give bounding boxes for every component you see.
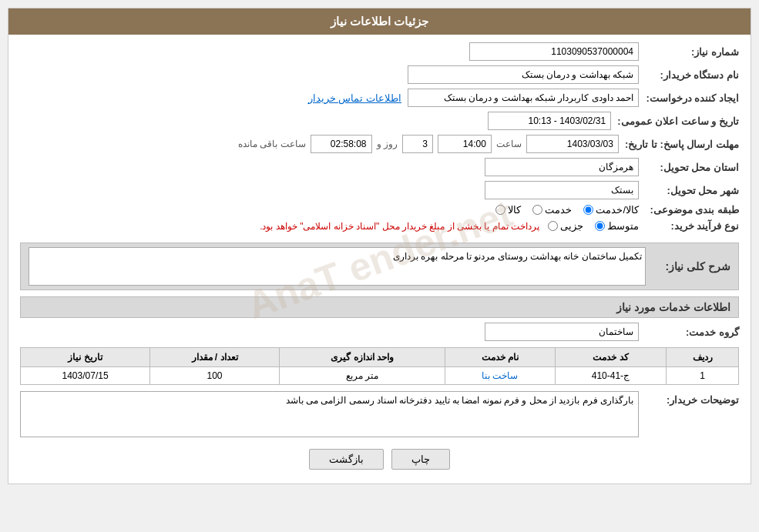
col-date: تاریخ نیاز <box>21 348 150 367</box>
col-quantity: تعداد / مقدار <box>150 348 280 367</box>
need-number-label: شماره نیاز: <box>639 46 739 58</box>
cell-unit: متر مربع <box>279 367 445 385</box>
purchase-process-value: متوسط جزیی پرداخت تمام یا بخشی از مبلغ خ… <box>20 220 639 232</box>
buyer-station-value <box>20 65 639 84</box>
province-input[interactable] <box>485 158 639 176</box>
subject-category-radio-group: کالا/خدمت خدمت کالا <box>20 204 639 216</box>
need-description-textarea[interactable]: تکمیل ساختمان خانه بهداشت روستای مردنو ت… <box>29 247 646 286</box>
province-value <box>20 158 639 176</box>
print-button[interactable]: چاپ <box>391 449 450 470</box>
deadline-date-input[interactable] <box>526 135 619 153</box>
radio-goods[interactable] <box>495 205 505 215</box>
need-number-input[interactable] <box>469 42 639 61</box>
announce-label: تاریخ و ساعت اعلان عمومی: <box>611 115 739 127</box>
cell-service_code: ج-41-410 <box>555 367 667 385</box>
requester-value: اطلاعات تماس خریدار <box>20 89 639 107</box>
province-row: استان محل تحویل: <box>20 158 739 176</box>
radio-item-partial[interactable]: جزیی <box>548 220 583 232</box>
province-label: استان محل تحویل: <box>639 162 739 173</box>
radio-label-goods-services: کالا/خدمت <box>596 204 639 216</box>
radio-label-medium: متوسط <box>607 220 639 232</box>
purchase-process-warning: پرداخت تمام یا بخشی از مبلغ خریدار محل "… <box>260 221 539 232</box>
service-group-value <box>20 323 639 341</box>
remaining-time-input[interactable] <box>311 135 372 153</box>
services-info-header: اطلاعات خدمات مورد نیاز <box>20 296 739 318</box>
col-unit: واحد اندازه گیری <box>279 348 445 367</box>
need-number-row: شماره نیاز: <box>20 42 739 61</box>
subject-category-row: طبقه بندی موضوعی: کالا/خدمت خدمت کالا <box>20 204 739 216</box>
service-group-label: گروه خدمت: <box>639 326 739 338</box>
table-row: 1ج-41-410ساخت بنامتر مربع1001403/07/15 <box>21 367 739 385</box>
buyer-description-label: توضیحات خریدار: <box>639 391 739 406</box>
buyer-description-value: بارگذاری فرم بازدید از محل و فرم نمونه ا… <box>20 391 639 440</box>
table-head: ردیف کد خدمت نام خدمت واحد اندازه گیری ت… <box>21 348 739 367</box>
requester-row: ایجاد کننده درخواست: اطلاعات تماس خریدار <box>20 89 739 107</box>
city-value <box>20 181 639 199</box>
need-description-section: شرح کلی نیاز: تکمیل ساختمان خانه بهداشت … <box>20 243 739 290</box>
content-area: AnaT ender.net شماره نیاز: نام دستگاه خر… <box>8 35 751 483</box>
requester-label: ایجاد کننده درخواست: <box>639 92 739 104</box>
services-table-section: ردیف کد خدمت نام خدمت واحد اندازه گیری ت… <box>20 347 739 385</box>
announce-input[interactable] <box>488 112 611 130</box>
radio-label-service: خدمت <box>545 204 572 216</box>
days-label: روز و <box>377 139 398 149</box>
page-header: جزئیات اطلاعات نیاز <box>8 8 751 35</box>
deadline-label: مهلت ارسال پاسخ: تا تاریخ: <box>619 139 739 150</box>
services-table: ردیف کد خدمت نام خدمت واحد اندازه گیری ت… <box>20 347 739 385</box>
subject-category-label: طبقه بندی موضوعی: <box>639 204 739 216</box>
buyer-station-row: نام دستگاه خریدار: <box>20 65 739 84</box>
deadline-days-input[interactable] <box>402 135 433 153</box>
remaining-label: ساعت باقی مانده <box>238 139 306 149</box>
purchase-process-row: نوع فرآیند خرید: متوسط جزیی پرداخت تمام … <box>20 220 739 232</box>
radio-item-medium[interactable]: متوسط <box>595 220 639 232</box>
buttons-row: چاپ بازگشت <box>20 449 739 470</box>
page-title: جزئیات اطلاعات نیاز <box>331 15 428 28</box>
city-row: شهر محل تحویل: <box>20 181 739 199</box>
time-label: ساعت <box>496 139 522 149</box>
service-group-input[interactable] <box>485 323 639 341</box>
col-service-name: نام خدمت <box>445 348 555 367</box>
radio-label-partial: جزیی <box>560 220 583 232</box>
buyer-description-row: توضیحات خریدار: بارگذاری فرم بازدید از م… <box>20 391 739 440</box>
radio-item-goods-services[interactable]: کالا/خدمت <box>583 204 639 216</box>
radio-medium[interactable] <box>595 221 605 231</box>
back-button[interactable]: بازگشت <box>309 449 384 470</box>
radio-service[interactable] <box>532 205 542 215</box>
requester-contact-link[interactable]: اطلاعات تماس خریدار <box>308 92 401 104</box>
city-label: شهر محل تحویل: <box>639 185 739 196</box>
need-number-value <box>20 42 639 61</box>
subject-category-value: کالا/خدمت خدمت کالا <box>20 204 639 216</box>
buyer-description-textarea[interactable]: بارگذاری فرم بازدید از محل و فرم نمونه ا… <box>20 391 639 437</box>
deadline-value: ساعت روز و ساعت باقی مانده <box>20 135 619 153</box>
purchase-process-label: نوع فرآیند خرید: <box>639 220 739 232</box>
announce-value <box>20 112 611 130</box>
cell-link-service_name[interactable]: ساخت بنا <box>482 370 518 381</box>
buyer-station-label: نام دستگاه خریدار: <box>639 69 739 81</box>
service-group-row: گروه خدمت: <box>20 323 739 341</box>
purchase-process-radio-group: متوسط جزیی <box>548 220 639 232</box>
services-info-label: اطلاعات خدمات مورد نیاز <box>616 301 730 313</box>
radio-item-goods[interactable]: کالا <box>495 204 521 216</box>
cell-service_name: ساخت بنا <box>445 367 555 385</box>
col-service-code: کد خدمت <box>555 348 667 367</box>
need-description-row: شرح کلی نیاز: تکمیل ساختمان خانه بهداشت … <box>20 236 739 290</box>
cell-row: 1 <box>667 367 739 385</box>
need-description-label: شرح کلی نیاز: <box>653 260 730 273</box>
page-container: جزئیات اطلاعات نیاز AnaT ender.net شماره… <box>8 8 751 484</box>
radio-goods-services[interactable] <box>583 205 593 215</box>
radio-item-service[interactable]: خدمت <box>532 204 572 216</box>
table-body: 1ج-41-410ساخت بنامتر مربع1001403/07/15 <box>21 367 739 385</box>
deadline-time-input[interactable] <box>438 135 492 153</box>
buyer-station-input[interactable] <box>408 65 639 84</box>
requester-input[interactable] <box>408 89 639 107</box>
cell-date: 1403/07/15 <box>21 367 150 385</box>
radio-partial[interactable] <box>548 221 558 231</box>
cell-quantity: 100 <box>150 367 280 385</box>
radio-label-goods: کالا <box>508 204 521 216</box>
deadline-row: مهلت ارسال پاسخ: تا تاریخ: ساعت روز و سا… <box>20 135 739 153</box>
announce-row: تاریخ و ساعت اعلان عمومی: <box>20 112 739 130</box>
city-input[interactable] <box>485 181 639 199</box>
col-row-number: ردیف <box>667 348 739 367</box>
